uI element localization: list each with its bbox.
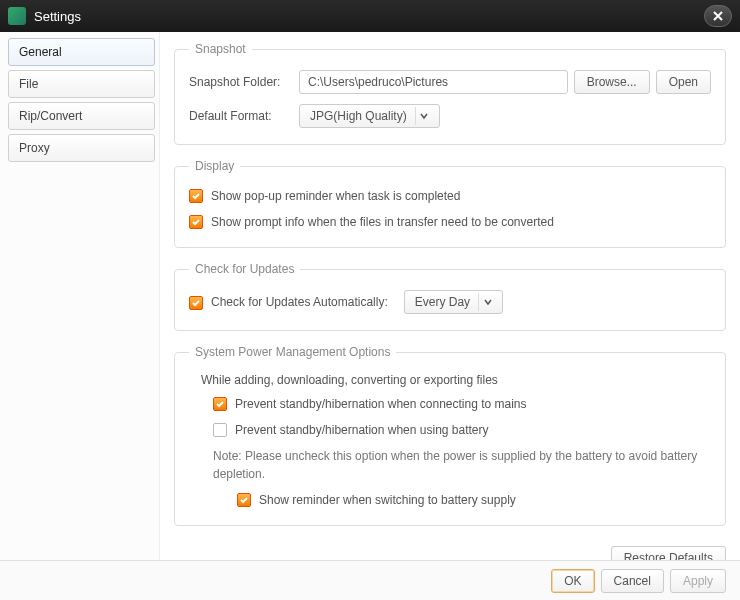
apply-button[interactable]: Apply [670, 569, 726, 593]
default-format-label: Default Format: [189, 109, 299, 123]
sidebar: General File Rip/Convert Proxy [0, 32, 160, 560]
restore-defaults-button[interactable]: Restore Defaults [611, 546, 726, 560]
auto-update-checkbox[interactable] [189, 296, 203, 310]
ok-button[interactable]: OK [551, 569, 594, 593]
chevron-down-icon [415, 107, 433, 125]
display-legend: Display [189, 159, 240, 173]
app-icon [8, 7, 26, 25]
show-reminder-checkbox[interactable] [237, 493, 251, 507]
default-format-select[interactable]: JPG(High Quality) [299, 104, 440, 128]
power-subtitle: While adding, downloading, converting or… [201, 373, 711, 387]
prevent-battery-label: Prevent standby/hibernation when using b… [235, 421, 489, 439]
update-frequency-select[interactable]: Every Day [404, 290, 503, 314]
updates-legend: Check for Updates [189, 262, 300, 276]
tab-general[interactable]: General [8, 38, 155, 66]
show-reminder-label: Show reminder when switching to battery … [259, 491, 516, 509]
snapshot-group: Snapshot Snapshot Folder: Browse... Open… [174, 42, 726, 145]
tab-proxy[interactable]: Proxy [8, 134, 155, 162]
window-title: Settings [34, 9, 704, 24]
updates-group: Check for Updates Check for Updates Auto… [174, 262, 726, 331]
tab-rip-convert[interactable]: Rip/Convert [8, 102, 155, 130]
prevent-mains-checkbox[interactable] [213, 397, 227, 411]
popup-reminder-checkbox[interactable] [189, 189, 203, 203]
battery-note: Note: Please uncheck this option when th… [213, 447, 711, 483]
prevent-mains-label: Prevent standby/hibernation when connect… [235, 395, 527, 413]
cancel-button[interactable]: Cancel [601, 569, 664, 593]
snapshot-folder-label: Snapshot Folder: [189, 75, 299, 89]
display-group: Display Show pop-up reminder when task i… [174, 159, 726, 248]
content: Snapshot Snapshot Folder: Browse... Open… [160, 32, 740, 560]
power-legend: System Power Management Options [189, 345, 396, 359]
prompt-info-label: Show prompt info when the files in trans… [211, 213, 554, 231]
snapshot-legend: Snapshot [189, 42, 252, 56]
popup-reminder-label: Show pop-up reminder when task is comple… [211, 187, 460, 205]
open-button[interactable]: Open [656, 70, 711, 94]
browse-button[interactable]: Browse... [574, 70, 650, 94]
chevron-down-icon [478, 293, 496, 311]
snapshot-folder-input[interactable] [299, 70, 568, 94]
titlebar: Settings [0, 0, 740, 32]
footer: OK Cancel Apply [0, 560, 740, 600]
update-frequency-value: Every Day [415, 293, 470, 311]
close-button[interactable] [704, 5, 732, 27]
auto-update-label: Check for Updates Automatically: [211, 293, 388, 311]
default-format-value: JPG(High Quality) [310, 109, 407, 123]
power-group: System Power Management Options While ad… [174, 345, 726, 526]
prevent-battery-checkbox[interactable] [213, 423, 227, 437]
prompt-info-checkbox[interactable] [189, 215, 203, 229]
tab-file[interactable]: File [8, 70, 155, 98]
close-icon [712, 10, 724, 22]
